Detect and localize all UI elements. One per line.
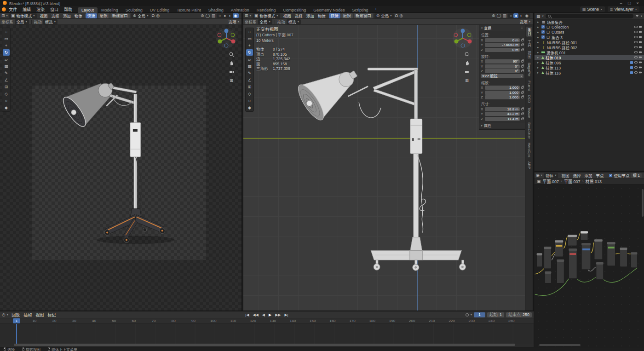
outliner-row[interactable]: ▸ʃNURBS 路径.002 — [535, 45, 644, 50]
value-field[interactable]: 43.2 m — [485, 112, 520, 116]
hide-viewport-icon[interactable] — [634, 41, 638, 43]
tool-scale[interactable]: ▦ — [3, 63, 10, 69]
viewport-menu-物体[interactable]: 物体 — [73, 13, 84, 18]
outliner-search-input[interactable] — [546, 14, 633, 18]
filter-icon[interactable] — [635, 15, 639, 17]
value-field[interactable]: 1.000 — [485, 91, 520, 95]
shading-wireframe-button[interactable]: ○ — [508, 13, 513, 18]
hide-viewport-icon[interactable] — [634, 61, 638, 63]
outliner-row[interactable]: ▸柱体.096 — [535, 60, 644, 65]
sidebar-tab-ARP[interactable]: ARP — [527, 160, 532, 170]
prev-keyframe-button[interactable]: ◀◀ — [252, 313, 260, 317]
expand-icon[interactable]: ▸ — [537, 56, 540, 59]
breadcrumb-object-data[interactable]: 平面.007 — [564, 178, 581, 184]
lock-icon[interactable] — [521, 65, 523, 68]
expand-icon[interactable]: ▸ — [537, 30, 540, 34]
addon-button-磨损[interactable]: 磨损 — [341, 13, 353, 18]
sidebar-tab-条目[interactable]: 条目 — [526, 27, 532, 37]
shader-type-dropdown[interactable]: 物体▾ — [544, 173, 558, 178]
coord-dropdown[interactable]: 全局▾ — [15, 19, 29, 24]
hide-render-icon[interactable] — [639, 66, 642, 69]
properties-panel-header[interactable]: ▸属性 — [479, 123, 525, 128]
tool-tweak[interactable]: ◌ — [3, 29, 10, 35]
node-menu-选择[interactable]: 选择 — [571, 173, 582, 178]
hide-render-icon[interactable] — [639, 51, 642, 53]
scene-selector[interactable]: ▦ Scene × — [580, 6, 605, 12]
hide-viewport-icon[interactable] — [634, 51, 638, 53]
lock-icon[interactable] — [521, 44, 523, 46]
coord-dropdown[interactable]: 全局▾ — [258, 19, 272, 24]
timeline-channels[interactable] — [0, 324, 534, 344]
viewport-left-canvas[interactable]: ◌▭+↻▱▦✎∠⊞◇○◆ ⊞ — [0, 25, 242, 311]
tool-scale[interactable]: ▦ — [246, 63, 253, 69]
tool-measure[interactable]: ⊞ — [3, 84, 10, 90]
expand-icon[interactable]: ▸ — [537, 51, 540, 54]
outliner-row[interactable]: ▸柱体.019 — [535, 55, 644, 60]
timeline-type-icon[interactable]: ◷ — [2, 312, 6, 317]
expand-icon[interactable]: ▸ — [537, 40, 540, 44]
sidebar-tab-OCD[interactable]: OCD — [527, 93, 532, 104]
outliner-type-icon[interactable]: ▦ — [536, 14, 540, 18]
workspace-tab-layout[interactable]: Layout — [78, 7, 98, 13]
hide-render-icon[interactable] — [639, 31, 642, 33]
value-field[interactable]: -7.6063 m — [485, 43, 520, 47]
lock-icon[interactable] — [521, 118, 523, 120]
viewport-menu-选择[interactable]: 选择 — [293, 13, 305, 18]
expand-icon[interactable]: ▸ — [537, 61, 540, 64]
collection-checkbox[interactable]: ✓ — [541, 35, 545, 39]
outliner-row[interactable]: ▸✓▢集合 3 — [535, 35, 644, 40]
value-field[interactable]: 0° — [485, 69, 520, 73]
tool-annotate[interactable]: ∠ — [246, 77, 253, 83]
tool-add-cube[interactable]: ◇ — [246, 91, 253, 97]
tool-randomize[interactable]: ◆ — [3, 104, 10, 111]
addon-button-快捷[interactable]: 快捷 — [329, 13, 340, 18]
viewport-menu-选择[interactable]: 选择 — [50, 13, 61, 18]
sidebar-tab-BagaPie[interactable]: BagaPie — [527, 61, 532, 78]
sidebar-tab-HardOps[interactable]: HardOps — [527, 141, 532, 159]
outliner-row[interactable]: ▸▦场景集合 — [535, 19, 644, 24]
tool-select-box[interactable]: ▭ — [3, 35, 10, 42]
shading-wireframe-button[interactable]: ○ — [217, 13, 222, 18]
tool-transform[interactable]: ✎ — [3, 70, 10, 76]
ortho-grid-icon[interactable]: ⊞ — [464, 78, 470, 83]
tool-move[interactable]: ↻ — [3, 49, 10, 56]
shader-node[interactable] — [537, 253, 542, 267]
zoom-icon[interactable] — [229, 52, 234, 57]
lock-icon[interactable] — [521, 39, 523, 41]
value-field[interactable]: 90° — [485, 59, 520, 63]
timeline-menu-视图[interactable]: 视图 — [34, 312, 46, 318]
shading-material-button[interactable]: ◐ — [518, 13, 523, 18]
navigation-gizmo[interactable] — [216, 28, 237, 49]
shader-node[interactable] — [555, 240, 563, 257]
lock-icon[interactable] — [521, 49, 523, 51]
menu-窗口[interactable]: 窗口 — [47, 6, 61, 12]
snap-magnet-icon[interactable]: Ω — [152, 13, 155, 18]
zoom-icon[interactable] — [464, 52, 470, 57]
proportional-edit-icon[interactable]: ◎ — [399, 13, 403, 18]
play-button[interactable]: ▶ — [267, 313, 273, 317]
node-graph-canvas[interactable] — [535, 184, 644, 347]
workspace-tab-uv-editing[interactable]: UV Editing — [146, 7, 173, 13]
jump-to-start-button[interactable]: |◀ — [244, 313, 250, 317]
outliner-row[interactable]: ▸✓▢Collection — [535, 24, 644, 29]
outliner-row[interactable]: ▸摄像机.001 — [535, 50, 644, 55]
timeline-ruler[interactable]: 1 10203040506070809010011012013014015016… — [0, 318, 534, 324]
viewport-menu-物体[interactable]: 物体 — [316, 13, 328, 18]
node-menu-视图[interactable]: 视图 — [559, 173, 571, 178]
navigation-gizmo[interactable] — [452, 28, 473, 49]
lock-icon[interactable] — [521, 60, 523, 63]
transform-panel-header[interactable]: ▾变换 ≡ — [479, 25, 525, 31]
lock-icon[interactable] — [521, 86, 523, 89]
value-field[interactable]: 0 m — [485, 38, 520, 42]
viewlayer-unlink-icon[interactable]: × — [635, 7, 637, 12]
playhead-frame-badge[interactable]: 1 — [13, 318, 20, 323]
frame-start-field[interactable]: 起始1 — [487, 312, 504, 317]
hide-render-icon[interactable] — [639, 36, 642, 38]
hide-render-icon[interactable] — [639, 46, 642, 48]
timeline-menu-标记[interactable]: 标记 — [46, 312, 58, 318]
tool-tweak[interactable]: ◌ — [246, 29, 253, 35]
value-field[interactable]: 18.8 m — [485, 107, 520, 111]
shader-node[interactable] — [596, 262, 604, 280]
use-nodes-checkbox[interactable]: ✓ — [609, 174, 612, 177]
hide-render-icon[interactable] — [639, 71, 642, 74]
